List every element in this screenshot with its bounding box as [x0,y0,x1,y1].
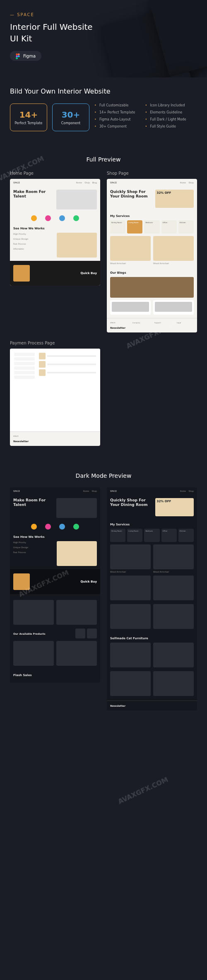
svg-point-3 [18,55,20,58]
hero-mockups [96,0,207,77]
full-preview-heading: Full Preview [0,156,207,163]
build-heading: Bild Your Own Interior Website [10,87,197,95]
payment-page-mockup: SPACENewsletter [10,349,100,446]
figma-icon [16,53,21,58]
home-dark-mockup: SPACEHomeShop Make Room For Talent See H… [10,487,100,683]
home-page-mockup: SPACEHomeShopBlog Make Room For Talent S… [10,179,100,286]
stat-templates: 14+ Perfect Template [10,104,47,131]
home-page-label: Home Page [10,171,100,176]
svg-point-4 [16,57,18,59]
payment-page-label: Paymen Process Page [10,341,100,345]
features-left: Full Customizable 14+ Perfect Template F… [94,104,135,131]
shop-page-mockup: SPACEHomeShop Quickly Shop For Your Dini… [107,179,197,332]
dark-preview-heading: Dark Mode Preview [0,472,207,479]
svg-point-0 [16,53,18,55]
stat-components: 30+ Component [52,104,89,131]
shop-page-label: Shop Page [107,171,197,176]
figma-label: Figma [23,54,36,58]
svg-point-1 [18,53,20,55]
svg-point-2 [16,55,18,58]
figma-badge: Figma [10,51,41,61]
features-right: Icon Library Included Elements Guideline… [145,104,186,131]
shop-dark-mockup: SPACEHomeShop Quickly Shop For Your Dini… [107,487,197,710]
